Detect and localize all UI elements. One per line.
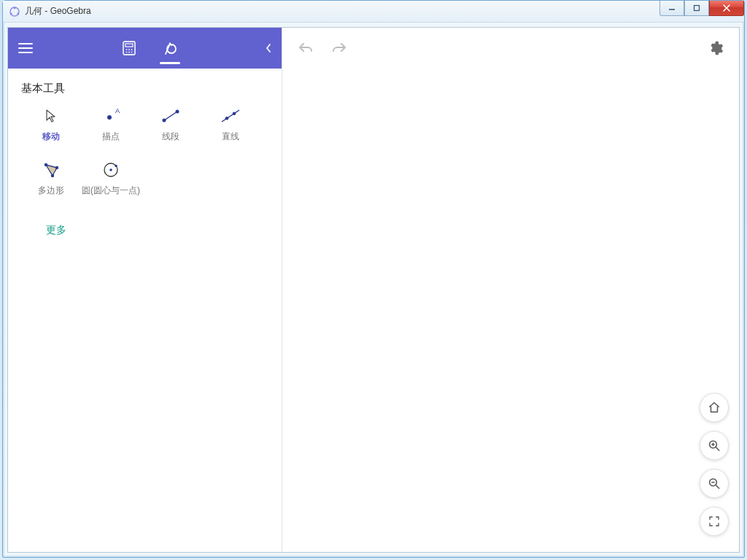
redo-button[interactable] (326, 35, 352, 61)
svg-point-22 (163, 119, 166, 122)
window-controls (659, 1, 744, 16)
svg-point-15 (128, 52, 130, 53)
tool-point[interactable]: A 描点 (81, 101, 141, 155)
tool-label: 线段 (162, 131, 179, 143)
svg-point-12 (128, 49, 130, 50)
more-tools-link[interactable]: 更多 (46, 224, 66, 237)
undo-button[interactable] (293, 35, 319, 61)
tool-move[interactable]: 移动 (21, 101, 81, 155)
canvas-floating-controls (700, 393, 729, 536)
sidebar-tabs (43, 34, 255, 63)
chevron-left-icon (265, 43, 272, 53)
svg-point-1 (14, 7, 16, 9)
svg-point-18 (169, 43, 171, 45)
canvas-area[interactable] (282, 28, 739, 552)
segment-icon (158, 106, 184, 126)
calculator-icon (121, 40, 137, 56)
fullscreen-icon (708, 516, 720, 527)
collapse-sidebar-button[interactable] (255, 28, 282, 69)
svg-point-11 (125, 49, 127, 50)
tab-tools[interactable] (158, 34, 182, 63)
tool-line[interactable]: 直线 (201, 101, 260, 155)
svg-point-14 (125, 52, 127, 53)
svg-rect-5 (694, 6, 700, 11)
svg-point-3 (17, 12, 19, 15)
svg-point-29 (55, 166, 58, 169)
app-icon (9, 6, 20, 18)
svg-marker-27 (46, 165, 57, 176)
svg-point-13 (131, 49, 132, 50)
minimize-button[interactable] (659, 1, 684, 16)
svg-point-26 (233, 112, 236, 115)
close-button[interactable] (709, 1, 744, 16)
svg-point-16 (131, 52, 132, 53)
svg-point-23 (176, 110, 179, 114)
polygon-icon (38, 160, 64, 180)
tool-label: 多边形 (38, 184, 64, 197)
compass-icon (161, 39, 179, 57)
tools-panel: 基本工具 移动 A (8, 69, 282, 552)
tool-polygon[interactable]: 多边形 (21, 155, 81, 209)
svg-point-25 (225, 117, 229, 120)
undo-icon (297, 41, 314, 55)
gear-icon (708, 40, 724, 56)
svg-point-33 (115, 165, 117, 168)
redo-icon (330, 41, 348, 55)
svg-point-28 (44, 163, 47, 166)
svg-rect-10 (125, 44, 133, 47)
sidebar-header (8, 28, 282, 69)
circle-icon (98, 160, 124, 180)
titlebar[interactable]: 几何 - GeoGebra (3, 1, 744, 23)
tool-label: 描点 (102, 131, 120, 143)
svg-text:A: A (115, 107, 120, 114)
svg-point-20 (107, 115, 112, 120)
zoom-in-icon (708, 439, 721, 452)
svg-line-24 (222, 110, 239, 122)
home-icon (708, 401, 721, 414)
sidebar: 基本工具 移动 A (8, 28, 282, 552)
cursor-icon (38, 106, 64, 126)
svg-line-21 (164, 112, 177, 120)
tool-circle[interactable]: 圆(圆心与一点) (81, 155, 141, 209)
svg-point-32 (109, 168, 112, 171)
tool-label: 圆(圆心与一点) (82, 184, 140, 197)
settings-button[interactable] (703, 35, 729, 61)
tool-label: 移动 (42, 131, 60, 143)
canvas-toolbar (282, 28, 739, 69)
tool-grid: 移动 A 描点 (21, 101, 276, 209)
point-icon: A (98, 106, 124, 126)
svg-line-35 (716, 447, 719, 451)
home-view-button[interactable] (700, 393, 729, 422)
tool-segment[interactable]: 线段 (141, 101, 201, 155)
svg-point-30 (51, 174, 54, 177)
client-area: 基本工具 移动 A (7, 27, 740, 553)
line-icon (217, 106, 244, 126)
maximize-button[interactable] (684, 1, 709, 16)
hamburger-menu-button[interactable] (8, 28, 43, 69)
section-title: 基本工具 (21, 82, 276, 96)
zoom-in-button[interactable] (700, 431, 729, 460)
tool-label: 直线 (222, 131, 239, 143)
window-title: 几何 - GeoGebra (25, 5, 91, 18)
zoom-out-button[interactable] (700, 469, 729, 498)
svg-point-2 (10, 12, 12, 15)
window-frame: 几何 - GeoGebra (2, 0, 745, 558)
zoom-out-icon (708, 477, 721, 490)
svg-line-39 (716, 485, 719, 489)
fullscreen-button[interactable] (700, 507, 729, 536)
tab-algebra[interactable] (117, 34, 141, 63)
